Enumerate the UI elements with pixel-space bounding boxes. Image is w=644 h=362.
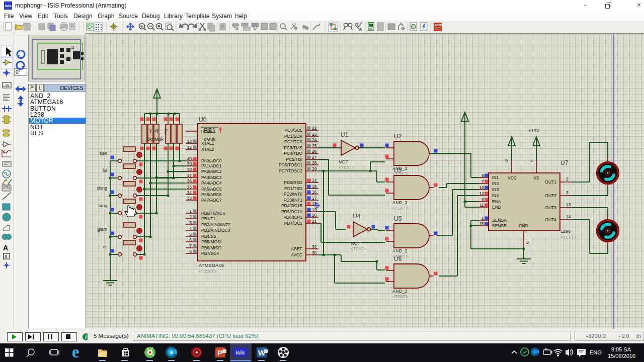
svg-text:PB1/T1: PB1/T1: [201, 216, 216, 221]
svg-text:23: 23: [312, 132, 317, 137]
svg-text:U1: U1: [341, 131, 349, 138]
svg-text:35: 35: [187, 185, 192, 190]
svg-text:4: 4: [189, 226, 192, 231]
svg-text:PD7/OC2: PD7/OC2: [284, 221, 303, 226]
svg-text:lui: lui: [103, 168, 107, 173]
svg-text:AND_2: AND_2: [392, 248, 408, 253]
svg-text:PC6/TOSC1: PC6/TOSC1: [279, 162, 302, 167]
svg-text:PC2/TCK: PC2/TCK: [284, 139, 302, 144]
svg-text:AND_2: AND_2: [392, 289, 408, 294]
svg-text:L298: L298: [560, 229, 571, 234]
svg-text:36: 36: [187, 178, 192, 184]
svg-text:PA4/ADC4: PA4/ADC4: [201, 180, 222, 186]
svg-text:$: $: [412, 25, 415, 29]
svg-text:PC3/TMS: PC3/TMS: [284, 145, 302, 150]
svg-text:14: 14: [312, 178, 317, 183]
svg-text:0M0k: 0M0k: [204, 136, 215, 142]
svg-text:PA2/ADC2: PA2/ADC2: [201, 169, 222, 174]
svg-text:PD3/INT1: PD3/INT1: [284, 198, 303, 203]
svg-text:19: 19: [312, 207, 317, 212]
svg-text:40: 40: [187, 156, 192, 161]
svg-text:30: 30: [312, 250, 317, 255]
svg-text:VCC: VCC: [508, 175, 517, 180]
svg-text:11: 11: [479, 203, 484, 208]
svg-text:S: S: [5, 254, 7, 259]
svg-text:9:05 SA: 9:05 SA: [611, 346, 631, 352]
svg-text:LBL: LBL: [4, 83, 10, 88]
svg-text:re: re: [103, 244, 107, 249]
svg-text:U3: U3: [394, 167, 402, 174]
svg-text:0k0M0k: 0k0M0k: [147, 136, 164, 142]
svg-text:PD1/TXD: PD1/TXD: [284, 186, 302, 191]
svg-text:e: e: [72, 343, 79, 361]
svg-text:PD0/RXD: PD0/RXD: [284, 180, 302, 185]
svg-text:AND_2: AND_2: [392, 200, 408, 205]
svg-text:PA0/ADC0: PA0/ADC0: [201, 158, 222, 163]
svg-text:38: 38: [187, 167, 192, 172]
svg-text:2: 2: [164, 127, 168, 135]
svg-text:<TEXT>: <TEXT>: [339, 165, 355, 170]
svg-text:20: 20: [312, 213, 317, 218]
svg-text:ENB: ENB: [492, 205, 501, 210]
svg-text:10: 10: [479, 185, 485, 190]
svg-text:37: 37: [187, 173, 192, 178]
svg-text:U4: U4: [353, 213, 361, 220]
svg-text:PD6/ICP1: PD6/ICP1: [283, 215, 302, 220]
svg-text:VS: VS: [533, 175, 539, 180]
svg-text:PA3/ADC3: PA3/ADC3: [201, 175, 222, 180]
svg-text:U0: U0: [199, 116, 207, 123]
svg-text:U5: U5: [394, 215, 402, 222]
svg-text:NOT: NOT: [339, 159, 348, 164]
svg-text:ARES: ARES: [435, 24, 443, 27]
svg-text:7: 7: [189, 243, 192, 248]
svg-text:PA5/ADC5: PA5/ADC5: [201, 187, 222, 192]
svg-text:27: 27: [312, 155, 317, 160]
svg-text:PD2/INT0: PD2/INT0: [284, 192, 303, 197]
svg-text:6: 6: [481, 197, 484, 202]
svg-text:ENG: ENG: [590, 349, 602, 355]
svg-text:OUT2: OUT2: [545, 193, 556, 198]
svg-text:PB6/MISO: PB6/MISO: [201, 245, 222, 250]
svg-text:2: 2: [566, 176, 569, 182]
svg-text:15/06/2016: 15/06/2016: [608, 353, 635, 359]
svg-text:<TEXT>: <TEXT>: [392, 206, 409, 211]
svg-text:giam: giam: [97, 227, 107, 232]
svg-text:ENA: ENA: [492, 199, 501, 204]
svg-text:13: 13: [566, 202, 571, 207]
svg-text:12: 12: [187, 145, 192, 150]
svg-text:3: 3: [189, 220, 192, 225]
svg-text:PA7/ADC7: PA7/ADC7: [201, 198, 222, 203]
svg-text:26: 26: [312, 149, 317, 154]
svg-text:33: 33: [187, 196, 192, 201]
svg-text:AREF: AREF: [291, 246, 302, 251]
svg-text:<TEXT>: <TEXT>: [351, 246, 367, 251]
svg-text:8: 8: [189, 249, 192, 254]
svg-text:PB0/T0/XCK: PB0/T0/XCK: [201, 211, 226, 216]
svg-text:16: 16: [312, 190, 317, 195]
svg-text:PB4/SS: PB4/SS: [201, 234, 216, 239]
svg-text:PB5/MOSI: PB5/MOSI: [201, 239, 221, 244]
svg-text:34: 34: [187, 190, 192, 195]
svg-text:R4: R4: [150, 127, 158, 135]
svg-text:·····: ·····: [200, 143, 206, 148]
svg-text:24: 24: [312, 137, 317, 142]
svg-text:NOT: NOT: [351, 241, 360, 246]
svg-text:PB2/AIN0/INT2: PB2/AIN0/INT2: [201, 222, 230, 227]
svg-text:39: 39: [187, 161, 192, 166]
svg-text:A: A: [359, 27, 362, 32]
svg-text:ATMEGA16: ATMEGA16: [199, 262, 224, 268]
svg-text:OUT1: OUT1: [545, 179, 556, 185]
svg-text:IN4: IN4: [492, 193, 499, 198]
svg-text:17: 17: [312, 196, 317, 201]
svg-text:<TEXT>: <TEXT>: [199, 268, 217, 274]
svg-text:5: 5: [189, 232, 192, 237]
svg-text:dung: dung: [97, 186, 107, 191]
svg-text:+12V: +12V: [528, 128, 539, 133]
svg-text:isis: isis: [235, 349, 245, 355]
svg-text:SENSA: SENSA: [492, 218, 507, 223]
svg-text:22: 22: [312, 126, 317, 131]
svg-text:7: 7: [481, 179, 484, 184]
svg-text:5: 5: [481, 173, 484, 178]
svg-text:tien: tien: [100, 151, 107, 156]
svg-text:A: A: [3, 244, 8, 252]
